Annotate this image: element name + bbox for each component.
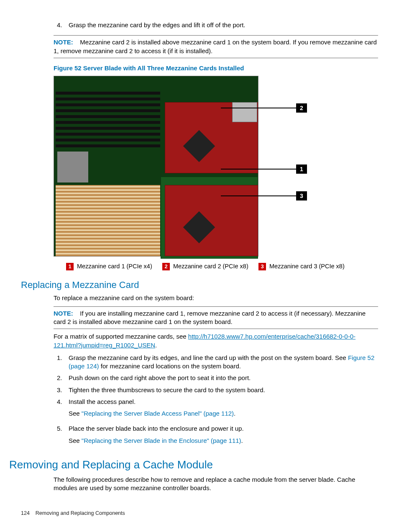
legend-item-1: 1 Mezzanine card 1 (PCIe x4) [66,262,162,270]
note-block-1: NOTE: Mezzanine card 2 is installed abov… [54,35,378,58]
legend-text-2: Mezzanine card 2 (PCIe x8) [173,262,248,270]
step-text-a: Grasp the mezzanine card by its edges, a… [69,354,348,361]
chapter-title: Removing and Replacing Components [36,510,125,516]
replace-step-1: 1. Grasp the mezzanine card by its edges… [54,354,378,371]
callout-3: 3 [296,191,307,200]
note-text-2: If you are installing mezzanine card 1, … [54,310,366,325]
note-label: NOTE: [54,39,73,46]
step-text: Tighten the three thumbscrews to secure … [69,386,378,394]
see-post: . [234,410,235,417]
ram-slots [56,89,160,147]
heading-replacing-mezz: Replacing a Mezzanine Card [21,279,378,291]
legend-item-2: 2 Mezzanine card 2 (PCIe x8) [162,262,258,270]
step-text: Grasp the mezzanine card by the edges an… [69,21,378,29]
step-text: Install the access panel. [69,398,378,406]
figure-title: Figure 52 Server Blade with All Three Me… [54,64,378,72]
io-port [232,102,257,122]
see-post: . [241,437,243,444]
step-number: 5. [54,424,69,448]
note-text: Mezzanine card 2 is installed above mezz… [54,39,377,54]
note-block-2: NOTE: If you are installing mezzanine ca… [54,306,378,329]
callout-2: 2 [296,103,307,113]
figure-52-image: 2 1 3 [54,76,316,257]
callout-line-3 [221,195,296,196]
callout-1: 1 [296,164,307,174]
step-number: 3. [54,386,69,394]
see-pre: See [69,410,82,417]
heading-cache-module: Removing and Replacing a Cache Module [9,457,378,472]
callout-line-1 [221,169,296,170]
legend-box-1: 1 [66,263,74,270]
legend-item-3: 3 Mezzanine card 3 (PCIe x8) [258,262,355,270]
chipset [57,152,88,182]
replace-step-4: 4. Install the access panel. See "Replac… [54,398,378,421]
matrix-para: For a matrix of supported mezzanine card… [54,332,378,350]
cache-intro: The following procedures describe how to… [54,475,378,493]
step-text: Push down on the card right above the po… [69,374,378,382]
legend-text-3: Mezzanine card 3 (PCIe x8) [269,262,345,270]
note-label-2: NOTE: [54,310,73,317]
xref-access-panel[interactable]: "Replacing the Server Blade Access Panel… [82,410,234,417]
replace-step-3: 3. Tighten the three thumbscrews to secu… [54,386,378,394]
xref-enclosure[interactable]: "Replacing the Server Blade in the Enclo… [82,437,241,444]
figure-legend: 1 Mezzanine card 1 (PCIe x4) 2 Mezzanine… [54,262,378,270]
step-number: 4. [54,21,69,29]
matrix-pre: For a matrix of supported mezzanine card… [54,333,188,340]
see-pre: See [69,437,82,444]
step-number: 1. [54,354,69,371]
callout-line-2 [221,108,296,108]
page-footer: 124 Removing and Replacing Components [21,510,125,517]
replace-step-2: 2. Push down on the card right above the… [54,374,378,382]
step-text: Place the server blade back into the enc… [69,424,378,433]
step-number: 2. [54,374,69,382]
cpu-heatsink [56,185,160,256]
legend-text-1: Mezzanine card 1 (PCIe x4) [77,262,152,270]
legend-box-3: 3 [258,263,266,270]
motherboard-photo [54,76,258,257]
page-number: 124 [21,510,30,516]
step-number: 4. [54,398,69,421]
legend-box-2: 2 [162,263,170,270]
replace-intro: To replace a mezzanine card on the syste… [54,294,378,302]
step-text-b: for mezzanine card locations on the syst… [99,362,241,370]
replace-step-5: 5. Place the server blade back into the … [54,424,378,448]
step-4: 4. Grasp the mezzanine card by the edges… [54,21,378,29]
matrix-post: . [155,342,157,349]
